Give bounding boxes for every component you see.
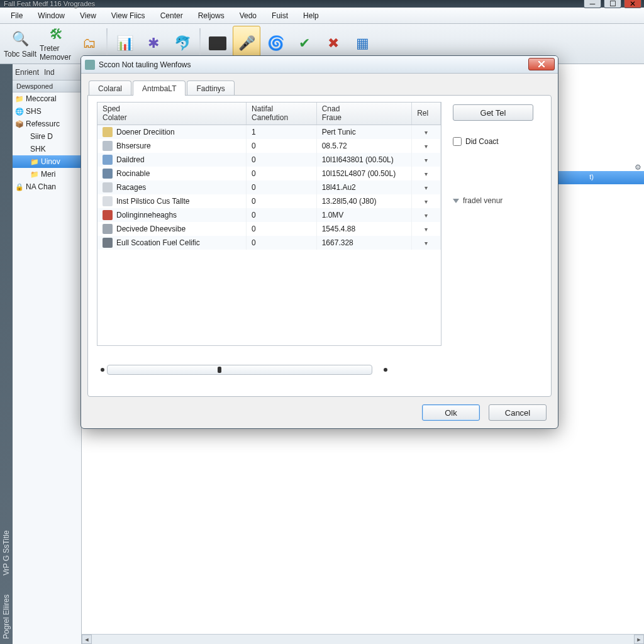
menu-fuist[interactable]: Fuist	[265, 9, 295, 22]
row-dropdown[interactable]	[412, 153, 441, 167]
checkbox-input[interactable]	[453, 137, 462, 146]
toolbar-icon: ✔	[295, 34, 314, 53]
row-icon	[103, 127, 113, 137]
row-n: 0	[247, 139, 317, 153]
row-v: 1545.4.88	[317, 222, 412, 236]
dialog-close-button[interactable]	[528, 58, 555, 70]
row-icon	[103, 224, 113, 234]
row-dropdown[interactable]	[412, 125, 441, 139]
left-strip: Pogrel Eliires VrP G SsTitle	[0, 64, 13, 644]
data-grid[interactable]: SpedColater NatifalCanefution CnadFraue …	[97, 102, 441, 346]
row-n: 1	[247, 125, 317, 139]
row-v: 10l1I643801 (00.50L)	[317, 153, 412, 167]
scroll-left-icon[interactable]: ◄	[82, 635, 92, 644]
menu-window[interactable]: Window	[31, 9, 72, 22]
menu-file[interactable]: File	[4, 9, 30, 22]
table-row[interactable]: Doener Dreciition1Pert Tunic	[97, 125, 441, 139]
menu-reljows[interactable]: Reljows	[191, 9, 231, 22]
row-name: Bhsersure	[116, 142, 151, 150]
table-row[interactable]: Decivede Dheevsibe01545.4.88	[97, 222, 441, 236]
tree-item[interactable]: 📁Meccoral	[13, 92, 81, 105]
dialog-titlebar[interactable]: Sccon Not tauling Wenfows	[81, 56, 558, 74]
table-row[interactable]: Bhsersure008.5.72	[97, 139, 441, 153]
dialog-tab[interactable]: Fadtinys	[187, 80, 234, 96]
get-tel-button[interactable]: Get Tel	[453, 104, 533, 121]
minimize-button[interactable]: ─	[584, 0, 601, 8]
tree-item[interactable]: 📦Refessurc	[13, 118, 81, 130]
row-v: 13.28l5,40 (J80)	[317, 194, 412, 208]
row-dropdown[interactable]	[412, 167, 441, 180]
tree-label: Refessurc	[26, 119, 60, 128]
col-header-v[interactable]: CnadFraue	[317, 103, 412, 125]
row-dropdown[interactable]	[412, 222, 441, 236]
row-v: 1.0MV	[317, 208, 412, 222]
did-coact-checkbox[interactable]: Did Coact	[453, 137, 542, 146]
row-dropdown[interactable]	[412, 208, 441, 222]
row-name: Eull Scoation Fuel Celific	[116, 238, 200, 247]
toolbar-button[interactable]: 🛠Treter Memover	[39, 26, 74, 62]
tree-item[interactable]: 📁Meri	[13, 168, 81, 180]
row-n: 0	[247, 194, 317, 208]
side-header: Dewsponed	[13, 80, 81, 92]
menu-vedo[interactable]: Vedo	[233, 9, 264, 22]
col-header-n[interactable]: NatifalCanefution	[247, 103, 317, 125]
toolbar-icon: 🗂	[80, 34, 99, 53]
toolbar-icon: 🌀	[266, 34, 285, 53]
tree-label: Siire D	[30, 132, 53, 141]
table-row[interactable]: Inst Pilstico Cus Tallte013.28l5,40 (J80…	[97, 194, 441, 208]
side-tab[interactable]: Ind	[44, 68, 55, 77]
row-icon	[103, 210, 113, 220]
content-h-scrollbar[interactable]: ◄ ►	[82, 634, 644, 644]
menu-center[interactable]: Center	[153, 9, 190, 22]
main-title: Fall Feat Medf 116 Vrogrades	[4, 0, 95, 8]
col-header-name[interactable]: SpedColater	[97, 103, 247, 125]
tree-item[interactable]: 📁Uinov	[13, 155, 81, 168]
tree-item[interactable]: 🌐SHS	[13, 105, 81, 118]
table-row[interactable]: Rocinable010l152L4807 (00.50L)	[97, 167, 441, 180]
row-v: 08.5.72	[317, 139, 412, 153]
table-row[interactable]: Eull Scoation Fuel Celific01667.328	[97, 236, 441, 250]
dialog-tab[interactable]: AntmbaLT	[133, 80, 186, 96]
fradel-expander[interactable]: fradel venur	[453, 196, 542, 205]
menubar: FileWindowViewView FiicsCenterReljowsVed…	[0, 8, 644, 24]
checkbox-label: Did Coact	[465, 137, 499, 146]
tree-item[interactable]: Siire D	[13, 130, 81, 143]
row-name: Racages	[116, 183, 146, 192]
row-dropdown[interactable]	[412, 180, 441, 194]
row-icon	[103, 141, 113, 151]
tree-item[interactable]: 🔒NA Chan	[13, 180, 81, 193]
table-row[interactable]: Racages018l41.Au2	[97, 180, 441, 194]
toolbar-icon: ✖	[324, 34, 343, 53]
table-row[interactable]: Dolinginneheaghs01.0MV	[97, 208, 441, 222]
toolbar-button[interactable]: 🔍Tobc Sailt	[3, 26, 38, 62]
close-button[interactable]: ✕	[624, 0, 641, 8]
content-row-tail: t)	[589, 173, 594, 180]
side-tab[interactable]: Enrient	[15, 68, 39, 77]
toolbar-label: Treter Memover	[40, 44, 74, 62]
tree-icon: 🔒	[15, 182, 24, 191]
dialog-icon	[85, 60, 95, 70]
row-n: 0	[247, 222, 317, 236]
scroll-right-icon[interactable]: ►	[634, 635, 644, 644]
row-name: Inst Pilstico Cus Tallte	[116, 197, 190, 206]
maximize-button[interactable]: ☐	[604, 0, 621, 8]
dialog-tab[interactable]: Colaral	[89, 80, 131, 96]
row-icon	[103, 238, 113, 248]
menu-help[interactable]: Help	[296, 9, 326, 22]
toolbar-icon: ✱	[144, 34, 163, 53]
table-row[interactable]: Daildred010l1I643801 (00.50L)	[97, 153, 441, 167]
slider-thumb[interactable]	[218, 367, 221, 373]
tree-item[interactable]: SHK	[13, 143, 81, 155]
row-v: 1667.328	[317, 236, 412, 250]
progress-slider[interactable]	[107, 365, 372, 375]
ok-button[interactable]: Olk	[422, 404, 480, 421]
col-header-rel[interactable]: Rel	[412, 103, 441, 125]
row-dropdown[interactable]	[412, 236, 441, 250]
menu-view[interactable]: View	[73, 9, 103, 22]
row-dropdown[interactable]	[412, 194, 441, 208]
row-dropdown[interactable]	[412, 139, 441, 153]
tree-label: SHK	[30, 145, 46, 153]
cancel-button[interactable]: Cancel	[489, 404, 547, 421]
menu-view fiics[interactable]: View Fiics	[104, 9, 152, 22]
left-strip-label: VrP G SsTitle	[2, 531, 11, 576]
